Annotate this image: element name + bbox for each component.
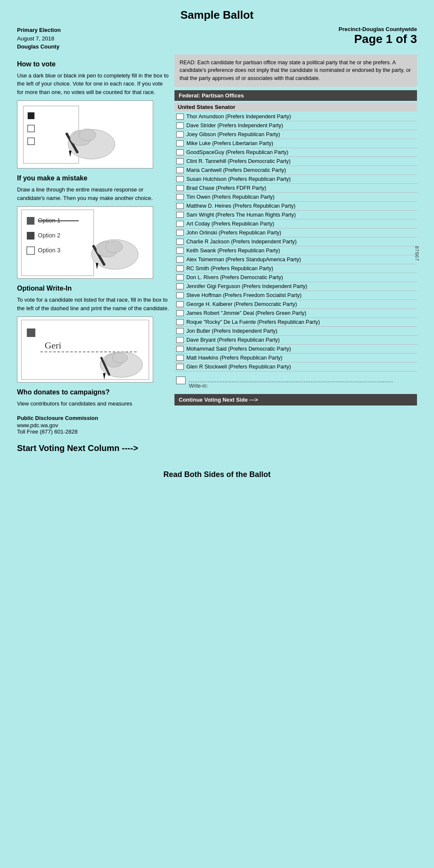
public-disclosure-section: Public Disclosure Commission www.pdc.wa.…: [17, 415, 170, 435]
federal-partisan-header: Federal: Partisan Offices: [174, 90, 417, 101]
candidate-item: Don L. Rivers (Prefers Democratic Party): [174, 273, 417, 282]
candidate-name: Maria Cantwell (Prefers Democratic Party…: [186, 167, 286, 173]
candidate-item: Mike Luke (Prefers Libertarian Party): [174, 139, 417, 148]
voting-illustration-1: [17, 100, 153, 168]
writein-illustration: Geri: [17, 317, 153, 383]
candidate-checkbox[interactable]: [176, 283, 184, 289]
header-right: Precinct-Douglas Countywide Page 1 of 3: [339, 26, 417, 51]
candidate-item: RC Smith (Prefers Republican Party): [174, 264, 417, 273]
candidate-checkbox[interactable]: [176, 328, 184, 334]
candidate-name: James Robert "Jimmie" Deal (Prefers Gree…: [186, 310, 306, 316]
svg-point-21: [106, 241, 123, 253]
candidate-item: Glen R Stockwell (Prefers Republican Par…: [174, 363, 417, 371]
candidate-name: Matthew D. Heines (Prefers Republican Pa…: [186, 203, 295, 209]
who-donates-text: View contributors for candidates and mea…: [17, 400, 170, 408]
candidate-name: Jennifer Gigi Ferguson (Prefers Independ…: [186, 283, 307, 289]
header-left: Primary Election August 7, 2018 Douglas …: [17, 26, 61, 51]
svg-point-30: [112, 353, 128, 363]
page-number: Page 1 of 3: [339, 32, 417, 46]
candidate-checkbox[interactable]: [176, 131, 184, 137]
candidate-checkbox[interactable]: [176, 319, 184, 325]
candidate-name: Art Coday (Prefers Republican Party): [186, 221, 274, 227]
candidate-checkbox[interactable]: [176, 301, 184, 307]
candidate-checkbox[interactable]: [176, 221, 184, 227]
candidate-checkbox[interactable]: [176, 123, 184, 128]
candidate-item: Susan Hutchison (Prefers Republican Part…: [174, 175, 417, 184]
public-disc-title: Public Disclosure Commission: [17, 415, 170, 421]
public-disc-phone: Toll Free (877) 601-2828: [17, 428, 170, 435]
how-to-vote-text: Use a dark blue or black ink pen to comp…: [17, 71, 170, 97]
candidate-checkbox[interactable]: [176, 167, 184, 173]
candidate-item: Maria Cantwell (Prefers Democratic Party…: [174, 166, 417, 175]
candidate-name: John Orlinski (Prefers Republican Party): [186, 230, 281, 236]
candidate-checkbox[interactable]: [176, 257, 184, 263]
continue-banner: Continue Voting Next Side --->: [174, 394, 417, 405]
candidate-list: Thor Amundson (Prefers Independent Party…: [174, 112, 417, 371]
candidate-checkbox[interactable]: [176, 158, 184, 164]
candidate-name: GoodSpaceGuy (Prefers Republican Party): [186, 149, 288, 155]
public-disc-url: www.pdc.wa.gov: [17, 422, 170, 428]
election-type: Primary Election: [17, 27, 61, 33]
mistake-text: Draw a line through the entire measure r…: [17, 186, 170, 202]
candidate-checkbox[interactable]: [176, 364, 184, 370]
mistake-title: If you make a mistake: [17, 174, 170, 182]
candidate-name: Roque "Rocky" De La Fuente (Prefers Repu…: [186, 319, 320, 325]
candidate-name: Joey Gibson (Prefers Republican Party): [186, 131, 280, 137]
svg-text:Option 3: Option 3: [38, 247, 60, 254]
candidate-name: Mohammad Said (Prefers Democratic Party): [186, 346, 291, 352]
candidate-checkbox[interactable]: [176, 355, 184, 361]
candidate-name: RC Smith (Prefers Republican Party): [186, 266, 273, 271]
svg-text:Option 2: Option 2: [38, 232, 60, 239]
svg-point-8: [79, 129, 96, 141]
candidate-item: John Orlinski (Prefers Republican Party): [174, 228, 417, 237]
candidate-checkbox[interactable]: [176, 274, 184, 280]
candidate-checkbox[interactable]: [176, 248, 184, 254]
candidate-checkbox[interactable]: [176, 176, 184, 182]
candidate-name: Dave Bryant (Prefers Republican Party): [186, 337, 280, 343]
candidate-item: Matthew D. Heines (Prefers Republican Pa…: [174, 202, 417, 211]
candidate-item: Roque "Rocky" De La Fuente (Prefers Repu…: [174, 318, 417, 327]
candidate-checkbox[interactable]: [176, 337, 184, 343]
candidate-checkbox[interactable]: [176, 194, 184, 200]
read-notice: READ: Each candidate for partisan office…: [174, 54, 417, 87]
candidate-checkbox[interactable]: [176, 203, 184, 209]
county: Douglas County: [17, 43, 60, 50]
candidate-item: GoodSpaceGuy (Prefers Republican Party): [174, 148, 417, 157]
candidate-name: Mike Luke (Prefers Libertarian Party): [186, 140, 273, 146]
candidate-name: Dave Strider (Prefers Independent Party): [186, 123, 283, 128]
candidate-checkbox[interactable]: [176, 185, 184, 191]
candidate-checkbox[interactable]: [176, 346, 184, 352]
candidate-checkbox[interactable]: [176, 310, 184, 316]
candidate-name: George H. Kalberer (Prefers Democratic P…: [186, 301, 297, 307]
mistake-illustration: Option 1 Option 2 Option 3: [17, 206, 153, 279]
candidate-checkbox[interactable]: [176, 266, 184, 271]
who-donates-section: Who donates to campaigns? View contribut…: [17, 388, 170, 408]
candidate-checkbox[interactable]: [176, 230, 184, 236]
svg-rect-13: [27, 232, 34, 240]
candidate-checkbox[interactable]: [176, 114, 184, 120]
candidate-item: James Robert "Jimmie" Deal (Prefers Gree…: [174, 309, 417, 318]
candidate-item: Thor Amundson (Prefers Independent Party…: [174, 112, 417, 121]
candidate-name: Keith Swank (Prefers Republican Party): [186, 248, 280, 254]
candidate-name: Sam Wright (Prefers The Human Rights Par…: [186, 212, 296, 218]
svg-marker-19: [96, 263, 98, 269]
candidate-name: Steve Hoffman (Prefers Freedom Socialist…: [186, 292, 302, 298]
footer-text: Read Both Sides of the Ballot: [17, 470, 417, 479]
writein-dashed-line: [189, 382, 393, 382]
candidate-name: Don L. Rivers (Prefers Democratic Party): [186, 274, 283, 280]
writein-section: Write-in:: [174, 374, 417, 391]
who-donates-title: Who donates to campaigns?: [17, 388, 170, 396]
candidate-checkbox[interactable]: [176, 239, 184, 245]
svg-rect-23: [27, 328, 35, 337]
precinct-code: 87867: [414, 246, 420, 261]
candidate-item: Joey Gibson (Prefers Republican Party): [174, 130, 417, 139]
candidate-checkbox[interactable]: [176, 140, 184, 146]
start-voting-label: Start Voting Next Column ---->: [17, 443, 170, 453]
candidate-item: Art Coday (Prefers Republican Party): [174, 220, 417, 228]
candidate-checkbox[interactable]: [176, 149, 184, 155]
candidate-checkbox[interactable]: [176, 292, 184, 298]
candidate-item: Mohammad Said (Prefers Democratic Party): [174, 345, 417, 354]
writein-checkbox[interactable]: [176, 377, 186, 384]
candidate-item: Tim Owen (Prefers Republican Party): [174, 193, 417, 202]
candidate-checkbox[interactable]: [176, 212, 184, 218]
